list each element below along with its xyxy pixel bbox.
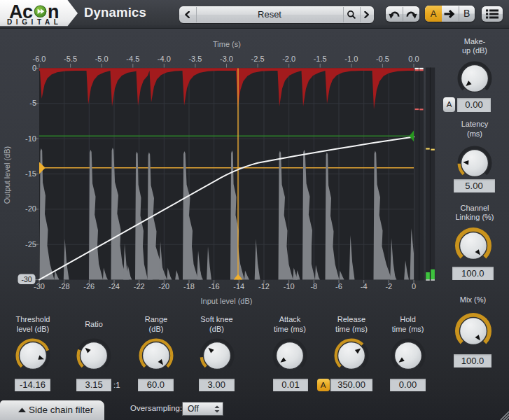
svg-text:0.0: 0.0 [408, 55, 419, 63]
svg-text:-1.5: -1.5 [314, 55, 327, 63]
svg-text:-5: -5 [29, 99, 36, 107]
svg-text:-2: -2 [385, 282, 392, 290]
svg-text:-5.0: -5.0 [95, 55, 109, 63]
svg-text:-6: -6 [335, 282, 342, 290]
svg-text:-8: -8 [310, 282, 317, 290]
svg-text:-4: -4 [361, 282, 368, 290]
svg-text:Input level (dB): Input level (dB) [201, 297, 253, 305]
svg-text:-14: -14 [233, 282, 244, 290]
svg-text:-30: -30 [34, 282, 45, 290]
svg-text:-2.0: -2.0 [282, 55, 295, 63]
svg-text:-4.5: -4.5 [126, 55, 139, 63]
svg-text:-1.0: -1.0 [344, 55, 358, 63]
svg-text:Output level (dB): Output level (dB) [3, 146, 11, 204]
svg-text:-20: -20 [158, 282, 169, 290]
svg-text:-28: -28 [59, 282, 70, 290]
svg-text:-10: -10 [25, 134, 36, 143]
svg-text:-0.5: -0.5 [376, 55, 389, 63]
svg-text:-6.0: -6.0 [33, 55, 46, 63]
svg-text:-22: -22 [134, 282, 145, 290]
svg-text:-10: -10 [284, 282, 295, 290]
svg-text:-16: -16 [209, 282, 220, 290]
svg-text:0: 0 [32, 64, 36, 72]
svg-text:-18: -18 [183, 282, 195, 290]
svg-text:-26: -26 [83, 282, 95, 290]
svg-text:0: 0 [412, 282, 416, 290]
svg-text:-4.0: -4.0 [158, 55, 171, 63]
svg-text:-20: -20 [25, 204, 36, 213]
svg-text:-30: -30 [21, 275, 32, 284]
svg-text:Time (s): Time (s) [213, 40, 241, 48]
svg-text:-15: -15 [25, 169, 36, 178]
svg-text:-3.5: -3.5 [188, 55, 202, 63]
svg-text:-2.5: -2.5 [251, 55, 265, 63]
svg-text:-5.5: -5.5 [64, 55, 77, 63]
svg-text:-12: -12 [258, 282, 270, 290]
svg-text:-24: -24 [109, 282, 120, 290]
svg-text:-3.0: -3.0 [220, 55, 233, 63]
svg-text:-25: -25 [25, 240, 36, 248]
